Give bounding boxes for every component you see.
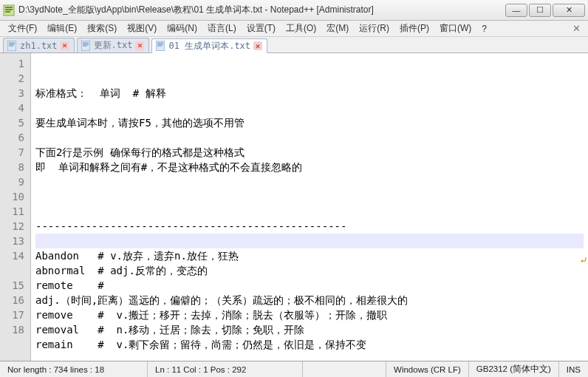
code-line[interactable]: 下面2行是示例 确保每行的格式都是这种格式 [35,145,584,160]
code-line[interactable]: remote # [35,278,584,293]
tab-close-icon[interactable]: × [61,41,69,50]
svg-rect-3 [5,11,10,13]
wrap-indicator-icon: ⤶ [579,253,588,268]
close-icon: ✕ [566,5,572,15]
code-line[interactable]: 标准格式： 单词 # 解释 [35,86,584,101]
titlebar: D:\3ydNote_全能版\ydApp\bin\Release\教程\01 生… [0,0,588,21]
code-line[interactable]: abnormal # adj.反常的，变态的 [35,263,584,278]
tab-update[interactable]: 更新.txt × [77,38,150,52]
code-line[interactable]: remain # v.剩下余留；留待，尚需；仍然是，依旧是，保持不变 [35,337,584,352]
line-number: 8 [0,160,24,174]
code-line[interactable]: ----------------------------------------… [35,219,584,234]
line-number: 16 [0,293,24,308]
code-line[interactable] [35,130,584,145]
code-line[interactable] [35,174,584,189]
tab-label: 更新.txt [94,39,133,52]
code-line[interactable]: removal # n.移动，迁居；除去，切除；免职，开除 [35,322,584,337]
maximize-icon: ☐ [536,5,544,15]
menu-search[interactable]: 搜索(S) [82,21,122,36]
line-number: 14 [0,248,24,263]
line-number: 3 [0,86,24,101]
line-number [0,263,24,278]
window-buttons: — ☐ ✕ [505,4,585,17]
menubar: 文件(F) 编辑(E) 搜索(S) 视图(V) 编码(N) 语言(L) 设置(T… [0,21,588,37]
line-number: 7 [0,145,24,160]
file-icon [81,41,91,51]
line-number: 12 [0,219,24,234]
line-number: 1 [0,56,24,71]
tab-label: zh1.txt [20,41,58,51]
line-number-gutter: 123456789101112131415161718 [0,53,31,361]
menu-file[interactable]: 文件(F) [3,21,42,36]
code-line[interactable] [35,101,584,115]
menubar-close-icon[interactable]: ✕ [570,23,584,34]
code-line[interactable]: 要生成单词本时，请按F5，其他的选项不用管 [35,115,584,130]
code-line[interactable] [35,189,584,204]
line-number: 6 [0,130,24,145]
status-length: Nor length : 734 lines : 18 [0,361,148,377]
document-tabs: zh1.txt × 更新.txt × 01 生成单词本.txt × [0,37,588,53]
status-encoding[interactable]: GB2312 (简体中文) [469,361,559,377]
menu-view[interactable]: 视图(V) [122,21,162,36]
menu-window[interactable]: 窗口(W) [434,21,476,36]
editor: ↖ 123456789101112131415161718 标准格式： 单词 #… [0,53,588,361]
line-number: 18 [0,322,24,337]
minimize-button[interactable]: — [505,4,527,17]
code-line[interactable] [35,204,584,219]
window-title: D:\3ydNote_全能版\ydApp\bin\Release\教程\01 生… [18,4,505,16]
maximize-button[interactable]: ☐ [529,4,551,17]
code-line[interactable]: 即 单词和解释之间有#，不是这种格式的不会直接忽略的 [35,160,584,174]
svg-rect-1 [5,7,13,8]
status-insert-mode[interactable]: INS [559,361,588,377]
code-line[interactable] [35,234,584,248]
menu-tools[interactable]: 工具(O) [281,21,321,36]
tab-label: 01 生成单词本.txt [168,40,250,52]
line-number: 10 [0,189,24,204]
status-spacer [303,361,386,377]
menu-settings[interactable]: 设置(T) [242,21,281,36]
close-button[interactable]: ✕ [553,4,585,17]
line-number: 13 [0,234,24,248]
menu-plugins[interactable]: 插件(P) [394,21,434,36]
line-number: 4 [0,101,24,115]
tab-current[interactable]: 01 生成单词本.txt × [151,38,267,53]
line-number: 5 [0,115,24,130]
status-eol[interactable]: Windows (CR LF) [386,361,469,377]
line-number: 9 [0,174,24,189]
code-line[interactable]: Abandon # v.放弃，遗弃n.放任，狂热 [35,248,584,263]
code-line[interactable]: adj.（时间,距离）遥远的，偏僻的；（关系）疏远的；极不相同的，相差很大的 [35,293,584,308]
status-position: Ln : 11 Col : 1 Pos : 292 [148,361,303,377]
app-icon [3,4,15,16]
statusbar: Nor length : 734 lines : 18 Ln : 11 Col … [0,361,588,377]
menu-language[interactable]: 语言(L) [202,21,242,36]
menu-encoding[interactable]: 编码(N) [162,21,202,36]
code-line[interactable]: remove # v.搬迁；移开；去掉，消除；脱去（衣服等）；开除，撤职 [35,308,584,322]
menu-help[interactable]: ? [476,22,492,35]
tab-close-icon[interactable]: × [253,41,262,50]
tab-zh1[interactable]: zh1.txt × [3,38,75,52]
file-icon [7,41,17,51]
code-line[interactable] [35,352,584,361]
tab-close-icon[interactable]: × [135,41,144,50]
svg-rect-2 [5,9,13,10]
menu-run[interactable]: 运行(R) [354,21,394,36]
menu-edit[interactable]: 编辑(E) [42,21,82,36]
minimize-icon: — [513,6,521,15]
line-number: 17 [0,308,24,322]
line-number: 11 [0,204,24,219]
code-area[interactable]: 标准格式： 单词 # 解释要生成单词本时，请按F5，其他的选项不用管下面2行是示… [31,53,588,361]
line-number: 2 [0,71,24,86]
menu-macro[interactable]: 宏(M) [321,21,354,36]
line-number: 15 [0,278,24,293]
file-icon [155,41,165,51]
